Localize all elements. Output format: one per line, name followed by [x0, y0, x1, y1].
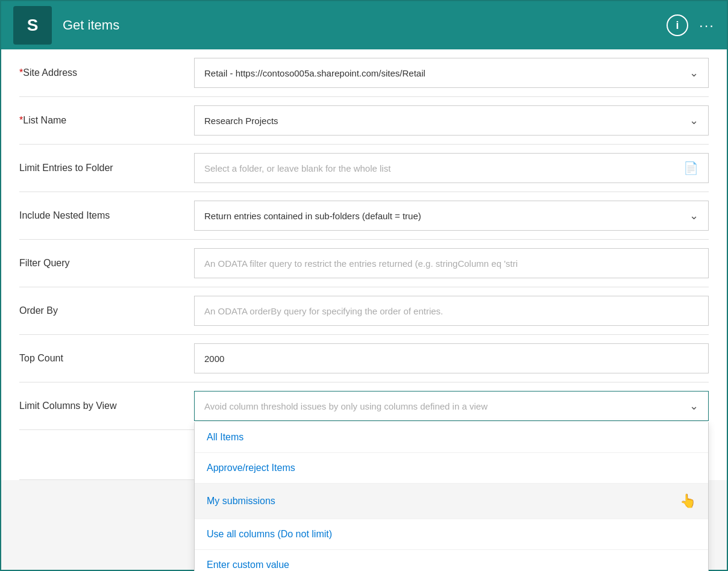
- top-count-field: [194, 343, 709, 373]
- order-by-field: An ODATA orderBy query for specifying th…: [194, 296, 709, 326]
- filter-query-row: Filter Query An ODATA filter query to re…: [19, 240, 709, 287]
- info-button[interactable]: i: [667, 14, 688, 36]
- dropdown-item-my-submissions[interactable]: My submissions 👆: [195, 484, 708, 519]
- header-actions: i ···: [667, 14, 715, 36]
- limit-columns-chevron-icon: ⌄: [689, 399, 698, 413]
- filter-query-label: Filter Query: [19, 258, 194, 269]
- include-nested-field: Return entries contained in sub-folders …: [194, 201, 709, 231]
- limit-entries-row: Limit Entries to Folder Select a folder,…: [19, 145, 709, 192]
- app-logo: S: [13, 6, 52, 45]
- dropdown-item-approve-reject[interactable]: Approve/reject Items: [195, 453, 708, 484]
- include-nested-row: Include Nested Items Return entries cont…: [19, 192, 709, 240]
- top-count-label: Top Count: [19, 353, 194, 364]
- include-nested-dropdown[interactable]: Return entries contained in sub-folders …: [194, 201, 709, 231]
- limit-columns-placeholder: Avoid column threshold issues by only us…: [204, 401, 683, 411]
- limit-columns-label: Limit Columns by View: [19, 401, 194, 411]
- order-by-placeholder: An ODATA orderBy query for specifying th…: [204, 306, 698, 316]
- list-name-row: List Name Research Projects ⌄: [19, 97, 709, 145]
- site-address-label: Site Address: [19, 67, 194, 78]
- list-name-dropdown[interactable]: Research Projects ⌄: [194, 105, 709, 136]
- include-nested-value: Return entries contained in sub-folders …: [204, 211, 683, 221]
- list-name-chevron-icon: ⌄: [689, 114, 698, 127]
- site-address-row: Site Address Retail - https://contoso005…: [19, 49, 709, 97]
- order-by-input[interactable]: An ODATA orderBy query for specifying th…: [194, 296, 709, 326]
- limit-columns-field: Avoid column threshold issues by only us…: [194, 391, 709, 421]
- more-button[interactable]: ···: [699, 17, 715, 34]
- limit-entries-label: Limit Entries to Folder: [19, 163, 194, 173]
- site-address-field: Retail - https://contoso005a.sharepoint.…: [194, 58, 709, 88]
- order-by-row: Order By An ODATA orderBy query for spec…: [19, 287, 709, 335]
- filter-query-field: An ODATA filter query to restrict the en…: [194, 248, 709, 278]
- limit-entries-input[interactable]: Select a folder, or leave blank for the …: [194, 153, 709, 183]
- top-count-row: Top Count: [19, 335, 709, 382]
- limit-columns-dropdown-menu: All Items Approve/reject Items My submis…: [194, 422, 709, 571]
- site-address-dropdown[interactable]: Retail - https://contoso005a.sharepoint.…: [194, 58, 709, 88]
- panel-header: S Get items i ···: [1, 1, 727, 49]
- get-items-panel: S Get items i ··· Site Address Retail - …: [0, 0, 728, 571]
- site-address-chevron-icon: ⌄: [689, 66, 698, 80]
- dropdown-item-use-all-columns[interactable]: Use all columns (Do not limit): [195, 519, 708, 550]
- panel-title: Get items: [63, 17, 667, 33]
- dropdown-item-all-items[interactable]: All Items: [195, 422, 708, 453]
- form-content: Site Address Retail - https://contoso005…: [1, 49, 727, 570]
- limit-entries-field: Select a folder, or leave blank for the …: [194, 153, 709, 183]
- include-nested-chevron-icon: ⌄: [689, 209, 698, 222]
- limit-entries-placeholder: Select a folder, or leave blank for the …: [204, 163, 677, 173]
- order-by-label: Order By: [19, 305, 194, 316]
- list-name-field: Research Projects ⌄: [194, 105, 709, 136]
- list-name-label: List Name: [19, 115, 194, 126]
- filter-query-placeholder: An ODATA filter query to restrict the en…: [204, 258, 698, 269]
- site-address-value: Retail - https://contoso005a.sharepoint.…: [204, 68, 683, 78]
- filter-query-input[interactable]: An ODATA filter query to restrict the en…: [194, 248, 709, 278]
- limit-columns-row: Limit Columns by View Avoid column thres…: [19, 382, 709, 430]
- top-count-input[interactable]: [194, 343, 709, 373]
- folder-icon: 📄: [683, 161, 698, 175]
- cursor-icon: 👆: [680, 493, 696, 509]
- form-section: Site Address Retail - https://contoso005…: [1, 49, 727, 480]
- limit-columns-dropdown[interactable]: Avoid column threshold issues by only us…: [194, 391, 709, 421]
- include-nested-label: Include Nested Items: [19, 210, 194, 221]
- dropdown-item-enter-custom[interactable]: Enter custom value: [195, 550, 708, 571]
- logo-letter: S: [27, 16, 39, 35]
- list-name-value: Research Projects: [204, 116, 683, 126]
